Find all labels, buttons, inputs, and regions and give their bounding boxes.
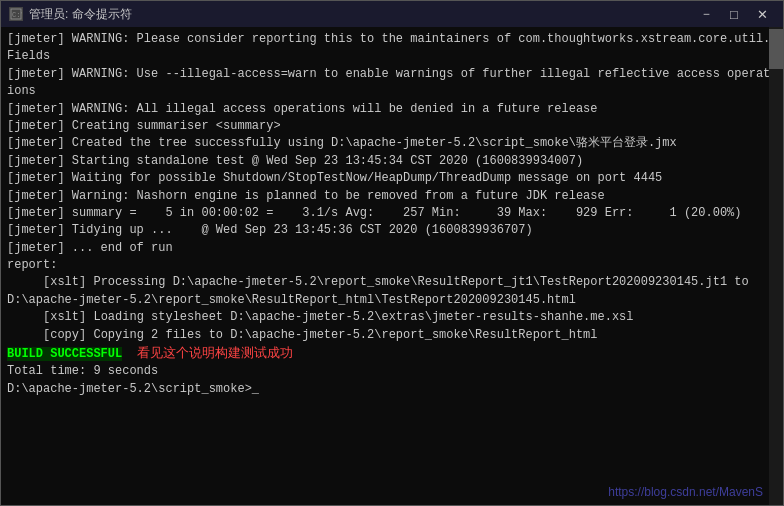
- terminal-line: [jmeter] ... end of run: [7, 240, 777, 257]
- terminal-line: report:: [7, 257, 777, 274]
- build-success-text: BUILD SUCCESSFUL: [7, 347, 122, 361]
- terminal-line: [jmeter] Starting standalone test @ Wed …: [7, 153, 777, 170]
- svg-text:C:\: C:\: [12, 11, 22, 19]
- annotation-text: 看见这个说明构建测试成功: [122, 345, 292, 360]
- terminal-line: BUILD SUCCESSFUL 看见这个说明构建测试成功: [7, 344, 777, 363]
- terminal-line: Total time: 9 seconds: [7, 363, 777, 380]
- terminal-line: [xslt] Processing D:\apache-jmeter-5.2\r…: [7, 274, 777, 309]
- close-button[interactable]: ✕: [749, 5, 775, 23]
- terminal-body[interactable]: [jmeter] WARNING: Please consider report…: [1, 27, 783, 505]
- terminal-line: [jmeter] WARNING: Use --illegal-access=w…: [7, 66, 777, 101]
- terminal-line: [xslt] Loading stylesheet D:\apache-jmet…: [7, 309, 777, 326]
- scrollbar[interactable]: [769, 27, 783, 505]
- terminal-line: [jmeter] Tidying up ... @ Wed Sep 23 13:…: [7, 222, 777, 239]
- terminal-line: [copy] Copying 2 files to D:\apache-jmet…: [7, 327, 777, 344]
- window-title: 管理员: 命令提示符: [29, 6, 132, 23]
- window-controls: － □ ✕: [693, 5, 775, 23]
- terminal-line: [jmeter] Created the tree successfully u…: [7, 135, 777, 152]
- terminal-line: [jmeter] Creating summariser <summary>: [7, 118, 777, 135]
- terminal-line: [jmeter] WARNING: Please consider report…: [7, 31, 777, 66]
- terminal-line: [jmeter] Waiting for possible Shutdown/S…: [7, 170, 777, 187]
- cmd-window: C:\ 管理员: 命令提示符 － □ ✕ [jmeter] WARNING: P…: [0, 0, 784, 506]
- watermark: https://blog.csdn.net/MavenS: [608, 485, 763, 499]
- terminal-line: [jmeter] WARNING: All illegal access ope…: [7, 101, 777, 118]
- terminal-line: D:\apache-jmeter-5.2\script_smoke>_: [7, 381, 777, 398]
- title-bar-left: C:\ 管理员: 命令提示符: [9, 6, 132, 23]
- terminal-line: [jmeter] Warning: Nashorn engine is plan…: [7, 188, 777, 205]
- title-bar: C:\ 管理员: 命令提示符 － □ ✕: [1, 1, 783, 27]
- cmd-icon: C:\: [9, 7, 23, 21]
- scrollbar-thumb[interactable]: [769, 29, 783, 69]
- minimize-button[interactable]: －: [693, 5, 719, 23]
- maximize-button[interactable]: □: [721, 5, 747, 23]
- terminal-content: [jmeter] WARNING: Please consider report…: [7, 31, 777, 501]
- terminal-line: [jmeter] summary = 5 in 00:00:02 = 3.1/s…: [7, 205, 777, 222]
